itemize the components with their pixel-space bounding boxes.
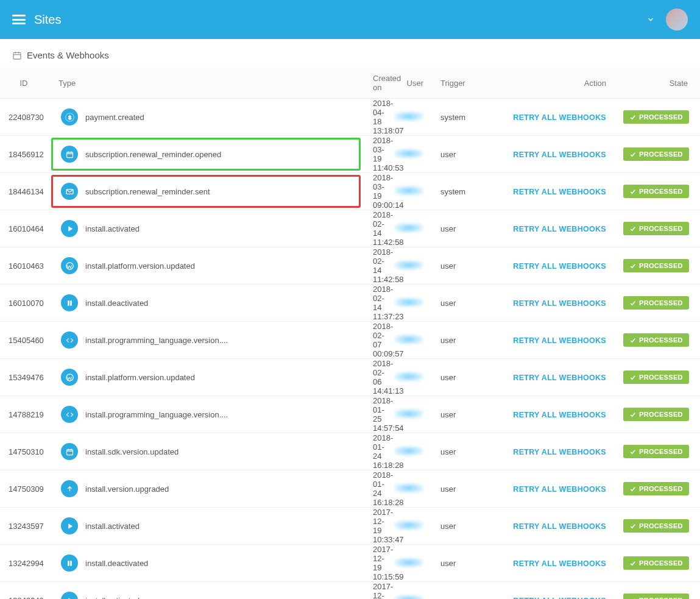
state-badge: PROCESSED	[623, 222, 689, 235]
cell-created: 2018-03-19 11:40:53	[364, 136, 371, 173]
table-row: 13242994install.deactivated2017-12-19 10…	[0, 545, 700, 582]
check-icon	[629, 374, 636, 381]
user-redacted	[394, 335, 423, 344]
retry-webhooks-link[interactable]: RETRY ALL WEBHOOKS	[513, 597, 606, 600]
cell-state: PROCESSED	[615, 173, 700, 210]
event-type-label: install.activated	[85, 224, 140, 233]
retry-webhooks-link[interactable]: RETRY ALL WEBHOOKS	[513, 448, 606, 456]
retry-webhooks-link[interactable]: RETRY ALL WEBHOOKS	[513, 225, 606, 233]
check-icon	[629, 411, 636, 418]
cell-id: 13243597	[0, 508, 48, 545]
cell-state: PROCESSED	[615, 359, 700, 396]
cell-action: RETRY ALL WEBHOOKS	[493, 508, 615, 545]
user-redacted	[394, 372, 423, 381]
dollar-icon	[61, 108, 78, 126]
check-icon	[629, 337, 636, 344]
avatar[interactable]	[666, 9, 688, 30]
cell-type: subscription.renewal_reminder.opened	[48, 136, 364, 173]
table-row: 15405460install.programming_language.ver…	[0, 322, 700, 359]
cell-type: install.programming_language.version....	[48, 396, 364, 433]
cell-action: RETRY ALL WEBHOOKS	[493, 582, 615, 600]
state-label: PROCESSED	[639, 336, 683, 344]
check-icon	[629, 300, 636, 307]
cell-type: install.version.upgraded	[48, 470, 364, 508]
cell-trigger: user	[432, 433, 493, 470]
table-row: 14750309install.version.upgraded2018-01-…	[0, 470, 700, 508]
cell-trigger: user	[432, 247, 493, 285]
retry-webhooks-link[interactable]: RETRY ALL WEBHOOKS	[513, 522, 606, 531]
cell-trigger: user	[432, 582, 493, 600]
event-type-label: install.platform.version.updated	[85, 261, 195, 271]
cell-state: PROCESSED	[615, 470, 700, 508]
user-redacted	[394, 409, 423, 419]
cell-type: install.platform.version.updated	[48, 247, 364, 285]
calendar-icon	[12, 51, 22, 60]
cell-state: PROCESSED	[615, 247, 700, 285]
hamburger-menu-icon[interactable]	[12, 15, 26, 24]
cell-created: 2018-01-24 16:18:28	[364, 433, 371, 470]
event-type-label: install.activated	[85, 596, 140, 600]
cell-state: PROCESSED	[615, 285, 700, 322]
cell-trigger: user	[432, 470, 493, 508]
state-badge: PROCESSED	[623, 333, 689, 347]
cell-action: RETRY ALL WEBHOOKS	[493, 136, 615, 173]
col-header-trigger: Trigger	[432, 68, 493, 99]
cell-trigger: user	[432, 285, 493, 322]
page-subtitle: Events & Webhooks	[0, 39, 700, 68]
event-type-label: install.sdk.version.updated	[85, 447, 179, 456]
cell-id: 14750310	[0, 433, 48, 470]
chevron-down-icon[interactable]	[646, 15, 655, 24]
user-redacted	[394, 112, 423, 121]
cell-type: install.activated	[48, 582, 364, 600]
events-table: ID Type Created on User Trigger Action S…	[0, 68, 700, 599]
svg-rect-0	[13, 52, 21, 59]
state-badge: PROCESSED	[623, 556, 689, 570]
cell-type: install.activated	[48, 210, 364, 247]
retry-webhooks-link[interactable]: RETRY ALL WEBHOOKS	[513, 151, 606, 159]
check-icon	[629, 263, 636, 269]
header-right	[646, 9, 688, 30]
check-icon	[629, 188, 636, 195]
cell-id: 14750309	[0, 470, 48, 508]
table-header-row: ID Type Created on User Trigger Action S…	[0, 68, 700, 99]
check-icon	[629, 597, 636, 600]
cell-action: RETRY ALL WEBHOOKS	[493, 99, 615, 136]
cell-created: 2018-01-25 14:57:54	[364, 396, 371, 433]
user-redacted	[394, 520, 423, 530]
retry-webhooks-link[interactable]: RETRY ALL WEBHOOKS	[513, 485, 606, 494]
retry-webhooks-link[interactable]: RETRY ALL WEBHOOKS	[513, 411, 606, 419]
cell-action: RETRY ALL WEBHOOKS	[493, 433, 615, 470]
state-label: PROCESSED	[639, 225, 683, 232]
retry-webhooks-link[interactable]: RETRY ALL WEBHOOKS	[513, 188, 606, 196]
cell-type: install.sdk.version.updated	[48, 433, 364, 470]
cell-action: RETRY ALL WEBHOOKS	[493, 247, 615, 285]
state-label: PROCESSED	[639, 151, 683, 158]
table-row: 14788219install.programming_language.ver…	[0, 396, 700, 433]
event-type-label: install.deactivated	[85, 559, 148, 568]
cell-type: install.deactivated	[48, 545, 364, 582]
state-badge: PROCESSED	[623, 185, 689, 198]
cell-action: RETRY ALL WEBHOOKS	[493, 545, 615, 582]
state-badge: PROCESSED	[623, 594, 689, 599]
table-row: 13242942install.activated2017-12-19 10:1…	[0, 582, 700, 600]
check-icon	[629, 523, 636, 530]
retry-webhooks-link[interactable]: RETRY ALL WEBHOOKS	[513, 336, 606, 345]
col-header-action: Action	[493, 68, 615, 99]
retry-webhooks-link[interactable]: RETRY ALL WEBHOOKS	[513, 262, 606, 271]
retry-webhooks-link[interactable]: RETRY ALL WEBHOOKS	[513, 559, 606, 568]
wordpress-icon	[61, 257, 78, 274]
state-badge: PROCESSED	[623, 259, 689, 272]
table-row: 16010070install.deactivated2018-02-14 11…	[0, 285, 700, 322]
col-header-created: Created on	[364, 68, 371, 99]
cell-state: PROCESSED	[615, 582, 700, 600]
play-icon	[61, 220, 78, 237]
retry-webhooks-link[interactable]: RETRY ALL WEBHOOKS	[513, 113, 606, 122]
state-badge: PROCESSED	[623, 147, 689, 161]
retry-webhooks-link[interactable]: RETRY ALL WEBHOOKS	[513, 299, 606, 308]
retry-webhooks-link[interactable]: RETRY ALL WEBHOOKS	[513, 374, 606, 382]
check-icon	[629, 486, 636, 492]
state-label: PROCESSED	[639, 188, 683, 195]
cell-trigger: user	[432, 545, 493, 582]
cell-trigger: user	[432, 508, 493, 545]
cell-id: 16010070	[0, 285, 48, 322]
